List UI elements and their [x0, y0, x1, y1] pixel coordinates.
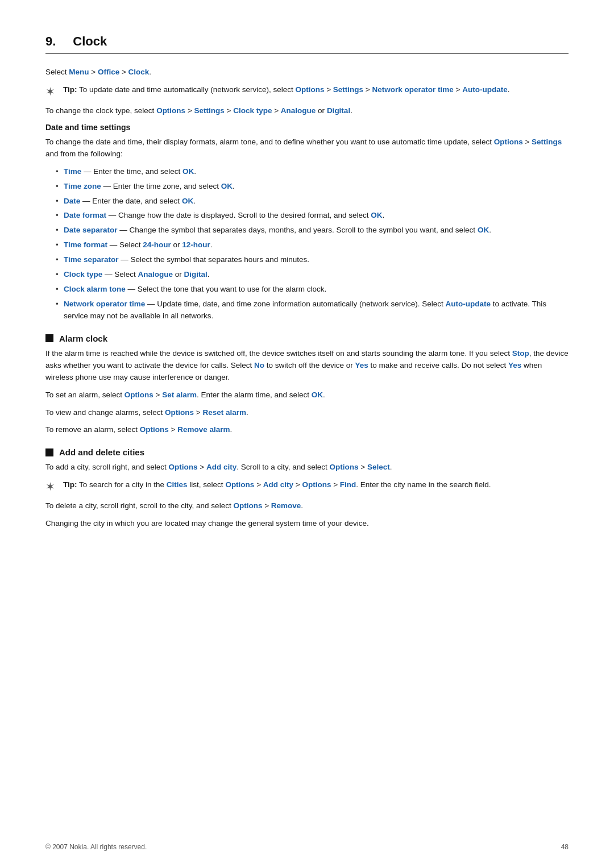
page-footer: © 2007 Nokia. All rights reserved. 48 [0, 843, 614, 851]
tip-block-2: ✶ Tip: To search for a city in the Citie… [45, 479, 569, 493]
tip-block-1: ✶ Tip: To update date and time automatic… [45, 84, 569, 98]
alarm-p1: If the alarm time is reached while the d… [45, 348, 569, 384]
date-time-heading: Date and time settings [45, 123, 569, 132]
black-square-icon [45, 334, 53, 342]
alarm-p2: To set an alarm, select Options > Set al… [45, 389, 569, 401]
footer-copyright: © 2007 Nokia. All rights reserved. [45, 843, 147, 851]
delete-city-p1: To delete a city, scroll right, scroll t… [45, 500, 569, 512]
list-item: Time zone — Enter the time zone, and sel… [56, 181, 569, 193]
alarm-clock-heading: Alarm clock [45, 334, 569, 343]
list-item: Clock alarm tone — Select the tone that … [56, 284, 569, 296]
alarm-p4: To remove an alarm, select Options > Rem… [45, 424, 569, 436]
list-item: Clock type — Select Analogue or Digital. [56, 269, 569, 281]
page-header: 9. Clock [45, 34, 569, 54]
list-item: Date separator — Change the symbol that … [56, 225, 569, 236]
tip-icon-1: ✶ [45, 85, 55, 98]
list-item: Time format — Select 24-hour or 12-hour. [56, 239, 569, 251]
black-square-icon-2 [45, 448, 53, 456]
tip-text-1: Tip: To update date and time automatical… [63, 84, 509, 96]
settings-list: Time — Enter the time, and select OK. Ti… [56, 166, 569, 322]
list-item: Time separator — Select the symbol that … [56, 254, 569, 266]
add-delete-heading: Add and delete cities [45, 447, 569, 457]
clock-type-line: To change the clock type, select Options… [45, 105, 569, 117]
delete-city-p2: Changing the city in which you are locat… [45, 518, 569, 530]
add-city-p1: To add a city, scroll right, and select … [45, 462, 569, 474]
footer-page: 48 [561, 843, 569, 851]
alarm-p3: To view and change alarms, select Option… [45, 407, 569, 419]
date-time-intro: To change the date and time, their displ… [45, 136, 569, 160]
tip-icon-2: ✶ [45, 480, 55, 493]
list-item: Time — Enter the time, and select OK. [56, 166, 569, 178]
tip-text-2: Tip: To search for a city in the Cities … [63, 479, 491, 491]
list-item: Network operator time — Update time, dat… [56, 298, 569, 322]
chapter-title: Clock [73, 34, 107, 49]
chapter-number: 9. [45, 34, 56, 49]
intro-line: Select Menu > Office > Clock. [45, 67, 569, 78]
list-item: Date — Enter the date, and select OK. [56, 196, 569, 207]
list-item: Date format — Change how the date is dis… [56, 210, 569, 222]
